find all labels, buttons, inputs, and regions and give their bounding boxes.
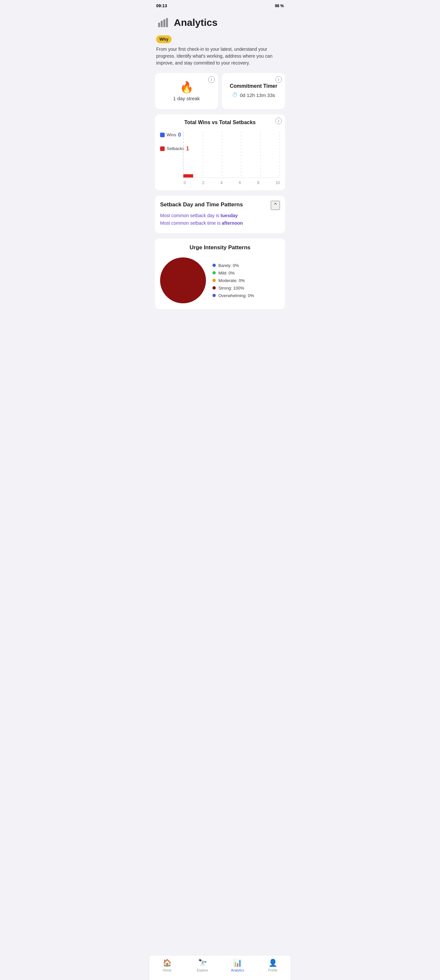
why-badge: Why: [156, 35, 172, 43]
urge-intensity-card: Urge Intensity Patterns Barely: 0% Mild:…: [155, 239, 285, 309]
grid-line-5: [260, 132, 261, 178]
streak-label: 1 day streak: [173, 95, 200, 101]
status-bar: 09:13 98 %: [149, 0, 291, 10]
x-label-0: 0: [184, 180, 186, 185]
x-label-2: 2: [202, 180, 204, 185]
strong-label: Strong: 100%: [218, 286, 244, 291]
mild-dot: [213, 271, 216, 274]
barely-dot: [213, 264, 216, 267]
profile-icon: 👤: [268, 959, 277, 967]
pattern-line-1: Most common setback day is tuesday: [160, 212, 280, 220]
nav-item-home[interactable]: 🏠 Home: [157, 959, 177, 972]
page-title: Analytics: [174, 17, 218, 28]
x-label-10: 10: [276, 180, 280, 185]
grid-line-3: [222, 132, 222, 178]
streak-info-button[interactable]: i: [208, 76, 215, 83]
cards-row: i 🔥 1 day streak i Commitment Timer ⏱ 0d…: [149, 73, 291, 114]
pattern-line2-prefix: Most common setback time is: [160, 220, 222, 226]
explore-label: Explore: [197, 969, 208, 972]
bar-chart-grid: [183, 132, 280, 178]
explore-icon: 🔭: [198, 959, 207, 967]
pattern-line2-bold: afternoon: [222, 220, 243, 226]
flame-icon: 🔥: [180, 81, 194, 94]
timer-value: ⏱ 0d 12h 13m 33s: [232, 92, 275, 99]
pattern-text: Most common setback day is tuesday Most …: [160, 212, 280, 228]
streak-card: i 🔥 1 day streak: [155, 73, 218, 109]
main-content: Analytics Why From your first check-in t…: [149, 10, 291, 344]
bottom-nav: 🏠 Home 🔭 Explore 📊 Analytics 👤 Profile: [149, 955, 291, 980]
home-icon: 🏠: [163, 959, 172, 967]
pattern-line-2: Most common setback time is afternoon: [160, 220, 280, 228]
grid-line-6: [280, 132, 280, 178]
chart-title: Total Wins vs Total Setbacks: [160, 119, 280, 126]
x-label-8: 8: [257, 180, 260, 185]
status-time: 09:13: [156, 3, 167, 8]
why-text: Why From your first check-in to your lat…: [156, 35, 284, 67]
nav-item-explore[interactable]: 🔭 Explore: [192, 959, 212, 972]
timer-card: i Commitment Timer ⏱ 0d 12h 13m 33s: [222, 73, 285, 109]
setback-pattern-card: Setback Day and Time Patterns Most commo…: [155, 196, 285, 234]
nav-item-profile[interactable]: 👤 Profile: [263, 959, 283, 972]
status-right: 98 %: [275, 3, 284, 8]
page-header: Analytics: [149, 10, 291, 32]
svg-rect-3: [166, 18, 168, 27]
bar-chart: [183, 132, 280, 178]
urge-pie-chart: [160, 258, 206, 303]
urge-legend-barely: Barely: 0%: [213, 263, 280, 268]
why-description: From your first check-in to your latest,…: [156, 46, 284, 67]
timer-time: 0d 12h 13m 33s: [240, 92, 275, 98]
urge-legend-overwhelming: Overwhelming: 0%: [213, 293, 280, 298]
profile-label: Profile: [268, 969, 277, 972]
urge-legend-strong: Strong: 100%: [213, 286, 280, 291]
svg-rect-2: [164, 19, 165, 27]
moderate-dot: [213, 279, 216, 282]
mild-label: Mild: 0%: [218, 270, 235, 275]
bar-chart-labels: 0 2 4 6 8 10: [183, 180, 280, 185]
why-section: Why From your first check-in to your lat…: [149, 32, 291, 73]
pattern-collapse-button[interactable]: ⌃: [271, 201, 280, 210]
x-label-6: 6: [239, 180, 241, 185]
status-battery: 98 %: [275, 3, 284, 8]
clock-icon: ⏱: [232, 92, 238, 99]
urge-legend-moderate: Moderate: 0%: [213, 278, 280, 283]
home-label: Home: [163, 969, 172, 972]
overwhelming-label: Overwhelming: 0%: [218, 293, 254, 298]
wins-setbacks-chart-card: i Total Wins vs Total Setbacks Wins 0 Se…: [155, 114, 285, 190]
urge-legend: Barely: 0% Mild: 0% Moderate: 0% Strong:…: [213, 263, 280, 298]
wins-color-swatch: [160, 133, 165, 137]
strong-dot: [213, 286, 216, 290]
urge-title: Urge Intensity Patterns: [160, 244, 280, 251]
barely-label: Barely: 0%: [218, 263, 239, 268]
x-label-4: 4: [220, 180, 222, 185]
setbacks-color-swatch: [160, 146, 165, 151]
urge-content: Barely: 0% Mild: 0% Moderate: 0% Strong:…: [160, 258, 280, 303]
svg-rect-1: [161, 21, 163, 27]
timer-info-button[interactable]: i: [275, 76, 282, 83]
chart-area: Wins 0 Setbacks 1: [160, 132, 280, 185]
setbacks-label: Setbacks: [167, 146, 184, 151]
pattern-title: Setback Day and Time Patterns: [160, 201, 280, 208]
analytics-icon: 📊: [233, 959, 242, 967]
analytics-header-icon: [156, 15, 171, 30]
overwhelming-dot: [213, 294, 216, 297]
urge-legend-mild: Mild: 0%: [213, 270, 280, 275]
svg-rect-0: [158, 22, 160, 27]
pattern-line1-prefix: Most common setback day is: [160, 213, 220, 218]
grid-line-1: [183, 132, 184, 178]
setbacks-bar: [183, 174, 193, 178]
analytics-label: Analytics: [231, 969, 244, 972]
wins-count: 0: [178, 132, 181, 138]
chart-info-button[interactable]: i: [275, 118, 282, 124]
timer-title: Commitment Timer: [230, 83, 278, 89]
wins-label: Wins: [167, 132, 176, 137]
grid-line-2: [203, 132, 203, 178]
nav-item-analytics[interactable]: 📊 Analytics: [228, 959, 248, 972]
pattern-line1-bold: tuesday: [220, 213, 238, 218]
moderate-label: Moderate: 0%: [218, 278, 245, 283]
